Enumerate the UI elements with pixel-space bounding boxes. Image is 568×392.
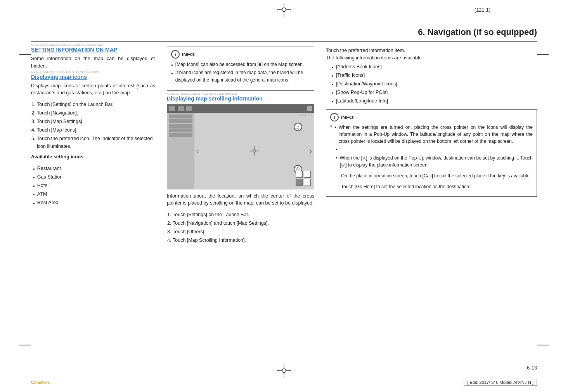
info2-bullet-1: ● When the settings are turned on, placi…	[330, 124, 533, 145]
footer-bar: Condition: [ Edit: 2017/ 5/ 8 Model: AIV…	[0, 373, 568, 392]
info-header-1: i INFO:	[171, 50, 310, 59]
svg-point-14	[253, 150, 255, 152]
map-sidebar-row-2	[169, 119, 192, 123]
info-header-2: i INFO:	[330, 113, 533, 121]
info1-bullet-2: If brand icons are registered in the map…	[171, 69, 310, 84]
info-label-2: INFO:	[341, 114, 355, 120]
map-toolbar	[167, 104, 314, 113]
icon-item-gas-station: Gas Station	[33, 173, 155, 181]
map-sidebar-row-5	[169, 133, 192, 137]
scroll-step-4: Touch [Map Scrolling Information].	[173, 236, 314, 244]
map-crosshair	[249, 146, 259, 156]
info-content-1: [Map Icons] can also be accessed from [■…	[171, 61, 310, 84]
section1-body: Some information on the map can be displ…	[31, 55, 155, 70]
map-main: ‹ › △ ①	[194, 113, 314, 189]
section2-watermark: AIVINJ-N1-A472987D-2763-4761-9338-7DED04…	[31, 71, 99, 73]
scrolling-title: AIVINJ-N1-7E953B13-E5EF-41C1-88FC-C5E9AB…	[167, 95, 314, 102]
footer-condition: Condition:	[31, 380, 50, 385]
dash-left-top	[19, 54, 31, 55]
map-sidebar	[167, 113, 194, 189]
section2-body: Displays map icons of certain points of …	[31, 82, 155, 97]
steps-list: Touch [Settings] on the Launch Bar. Touc…	[37, 101, 155, 150]
col-left: AIVINJ-N1-S718EE76C-6CCA-4E31-8682-AS7D5…	[31, 47, 155, 361]
map-arrow-left: ‹	[196, 147, 199, 155]
svg-point-4	[282, 8, 286, 12]
map-toolbar-btn-1[interactable]	[169, 106, 176, 111]
scroll-step-2: Touch [Navigation] and touch [Map Settin…	[173, 219, 314, 227]
right-step5-sub: The following information items are avai…	[326, 55, 537, 61]
map-icon-small-1	[307, 106, 312, 111]
map-square-row-2	[296, 179, 311, 186]
step-4: Touch [Map Icons].	[37, 126, 155, 134]
info-sub-1: [Address Book Icons]	[332, 63, 537, 71]
map-sq-1	[296, 171, 303, 178]
chapter-rule	[31, 41, 537, 42]
info1-bullet-1: [Map Icons] can also be accessed from [■…	[171, 61, 310, 68]
step-5: Touch the preferred icon. The indicator …	[37, 135, 155, 150]
icon-item-hotel: Hotel	[33, 182, 155, 189]
info2-bullet-2c: Touch [Go Here] to set the selected loca…	[341, 183, 471, 190]
map-sidebar-row-4	[169, 128, 192, 132]
info2-bullet-2b: On the place information screen, touch […	[341, 172, 531, 179]
section1-watermark: AIVINJ-N1-S718EE76C-6CCA-4E31-8682-AS7D5…	[31, 43, 103, 46]
col-middle: i INFO: [Map Icons] can also be accessed…	[167, 47, 314, 361]
scrolling-body: Information about the location, on which…	[167, 193, 314, 207]
scrolling-steps-list: Touch [Settings] on the Launch Bar. Touc…	[173, 211, 314, 244]
info-sub-2: [Traffic Icons]	[332, 71, 537, 79]
map-toolbar-btn-2[interactable]	[177, 106, 184, 111]
right-step5: Touch the preferred information item.	[326, 47, 537, 54]
page-container: (121,1) 6. Navigation (if so equipped) A…	[0, 0, 568, 392]
page-number-top: (121,1)	[474, 7, 490, 13]
footer-edit: [ Edit: 2017/ 5/ 8 Model: AIVINJ-N ]	[464, 379, 537, 386]
map-toolbar-icons	[307, 106, 312, 111]
info2-bullet-2: ● When the [△] is displayed on the Pop-U…	[330, 147, 533, 190]
scrolling-watermark: AIVINJ-N1-7E953B13-E5EF-41C1-88FC-C5E9AB…	[167, 92, 237, 95]
map-image-container: ‹ › △ ①	[167, 104, 314, 189]
col-right: Touch the preferred information item. Th…	[326, 47, 537, 361]
map-arrow-right: ›	[310, 147, 312, 155]
crosshair-top	[276, 0, 292, 19]
icons-list: Restaurant Gas Station Hotel ATM Rest Ar…	[33, 165, 155, 206]
map-square-row-1	[296, 171, 311, 178]
map-toolbar-btn-3[interactable]	[186, 106, 193, 111]
dash-right-bottom	[537, 345, 549, 345]
dash-left-bottom	[19, 345, 31, 345]
map-watermark: 5GB0711X	[299, 114, 312, 116]
section2-title: AIVINJ-N1-A472987D-2763-4761-9338-7DED04…	[31, 74, 155, 80]
step-3: Touch [Map Settings].	[37, 118, 155, 125]
icon-item-rest-area: Rest Area	[33, 199, 155, 206]
info-icon-2: i	[330, 113, 339, 121]
chapter-heading: 6. Navigation (if so equipped)	[418, 27, 537, 37]
map-squares	[296, 171, 311, 186]
available-title: Available setting icons	[31, 153, 155, 161]
info-icon-1: i	[171, 50, 180, 59]
map-icon-a: △	[294, 123, 302, 131]
info-sub-list: [Address Book Icons] [Traffic Icons] [De…	[332, 63, 537, 105]
scroll-step-1: Touch [Settings] on the Launch Bar.	[173, 211, 314, 219]
info-sub-3: [Destination/Waypoint Icons]	[332, 80, 537, 88]
page-number-bottom: 6-13	[527, 365, 537, 371]
info-box-1: i INFO: [Map Icons] can also be accessed…	[167, 47, 314, 91]
step-1: Touch [Settings] on the Launch Bar.	[37, 101, 155, 108]
map-sq-2	[304, 171, 311, 178]
map-sidebar-row-1	[169, 114, 192, 118]
svg-point-9	[282, 369, 286, 373]
scroll-step-3: Touch [Others].	[173, 228, 314, 236]
map-sidebar-row-3	[169, 124, 192, 128]
info-sub-4: [Show Pop-Up for POIs]	[332, 88, 537, 96]
map-sq-4	[304, 179, 311, 186]
info-box-2: i INFO: ● When the settings are turned o…	[326, 109, 537, 197]
map-body: ‹ › △ ①	[167, 113, 314, 189]
info-label-1: INFO:	[182, 52, 196, 57]
info-content-2: ● When the settings are turned on, placi…	[330, 124, 533, 190]
section1-title: AIVINJ-N1-S718EE76C-6CCA-4E31-8682-AS7D5…	[31, 47, 155, 53]
step-2: Touch [Navigation].	[37, 109, 155, 117]
icon-item-restaurant: Restaurant	[33, 165, 155, 172]
map-sq-3	[296, 179, 303, 186]
dash-right-top	[537, 54, 549, 55]
content-area: AIVINJ-N1-S718EE76C-6CCA-4E31-8682-AS7D5…	[31, 47, 537, 361]
info-sub-5: [Latitude/Longitude Info]	[332, 97, 537, 105]
icon-item-atm: ATM	[33, 190, 155, 198]
